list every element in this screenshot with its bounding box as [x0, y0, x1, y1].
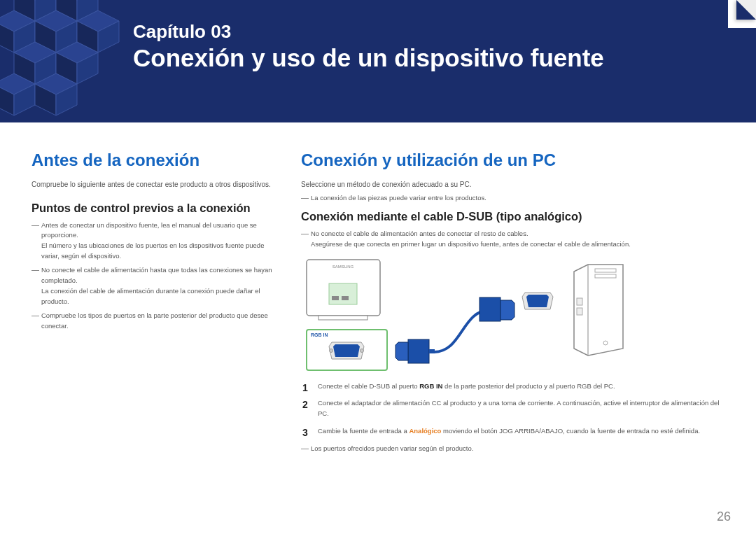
chapter-header: Capítulo 03 Conexión y uso de un disposi…: [0, 0, 756, 122]
step-text: Conecte el adaptador de alimentación CC …: [318, 399, 720, 417]
pc-tower-icon: [574, 265, 623, 356]
right-column: Conexión y utilización de un PC Seleccio…: [301, 150, 724, 534]
intro-text: Seleccione un método de conexión adecuad…: [301, 180, 724, 190]
content-area: Antes de la conexión Compruebe lo siguie…: [31, 150, 724, 534]
checkpoint-list: Antes de conectar un dispositivo fuente,…: [31, 220, 281, 332]
step-bold-text: RGB IN: [419, 382, 442, 390]
section-heading-before-connection: Antes de la conexión: [31, 150, 281, 170]
connection-diagram: SAMSUNG RGB IN: [301, 254, 693, 373]
svg-rect-35: [408, 339, 429, 363]
step-item: Cambie la fuente de entrada a Analógico …: [301, 426, 724, 437]
step-text: de la parte posterior del producto y al …: [442, 382, 615, 390]
list-text: No conecte el cable de alimentación ante…: [311, 230, 528, 237]
footnote-list: Los puertos ofrecidos pueden variar segú…: [301, 444, 724, 454]
list-text: No conecte el cable de alimentación hast…: [41, 266, 272, 284]
svg-point-33: [330, 349, 333, 352]
subsection-heading-dsub: Conexión mediante el cable D-SUB (tipo a…: [301, 210, 724, 223]
page-number: 26: [717, 510, 731, 524]
svg-rect-36: [429, 349, 435, 353]
intro-text: Compruebe lo siguiente antes de conectar…: [31, 180, 281, 190]
list-item: No conecte el cable de alimentación hast…: [31, 265, 281, 307]
list-text: Antes de conectar un dispositivo fuente,…: [41, 221, 257, 239]
list-text: Asegúrese de que conecta en primer lugar…: [311, 240, 631, 248]
page-corner-fold-shadow: [736, 0, 756, 20]
dsub-connector-left-icon: [396, 339, 435, 363]
step-text: Cambie la fuente de entrada a: [318, 427, 409, 435]
step-item: Conecte el adaptador de alimentación CC …: [301, 398, 724, 419]
list-text: Compruebe los tipos de puertos en la par…: [41, 311, 268, 330]
list-item: No conecte el cable de alimentación ante…: [301, 229, 724, 249]
cube-pattern-decoration: [0, 0, 140, 122]
dsub-connector-right-icon: [479, 297, 514, 321]
chapter-label: Capítulo 03: [133, 21, 724, 43]
list-item: Antes de conectar un dispositivo fuente,…: [31, 220, 281, 262]
svg-rect-30: [342, 296, 349, 300]
chapter-title: Conexión y uso de un dispositivo fuente: [133, 44, 724, 72]
section-heading-pc-connection: Conexión y utilización de un PC: [301, 150, 724, 170]
warning-list: No conecte el cable de alimentación ante…: [301, 229, 724, 249]
instruction-steps: Conecte el cable D-SUB al puerto RGB IN …: [301, 381, 724, 437]
subsection-heading-checkpoints: Puntos de control previos a la conexión: [31, 202, 281, 215]
dsub-pc-port-icon: [522, 293, 553, 309]
list-item: Los puertos ofrecidos pueden variar segú…: [301, 444, 724, 454]
manual-page: Capítulo 03 Conexión y uso de un disposi…: [0, 0, 756, 534]
list-text: El número y las ubicaciones de los puert…: [41, 241, 264, 260]
step-text: Conecte el cable D-SUB al puerto: [318, 382, 419, 390]
port-label-rgb-in: RGB IN: [311, 332, 328, 337]
svg-rect-29: [332, 296, 339, 300]
left-column: Antes de la conexión Compruebe lo siguie…: [31, 150, 301, 534]
step-item: Conecte el cable D-SUB al puerto RGB IN …: [301, 381, 724, 392]
step-text: moviendo el botón JOG ARRIBA/ABAJO, cuan…: [441, 427, 700, 435]
list-item: Compruebe los tipos de puertos en la par…: [31, 311, 281, 331]
list-item: La conexión de las piezas puede variar e…: [301, 193, 724, 204]
svg-rect-28: [329, 283, 357, 304]
svg-rect-41: [577, 298, 582, 305]
svg-rect-37: [479, 297, 500, 321]
svg-point-34: [360, 349, 364, 352]
monitor-brand-label: SAMSUNG: [332, 265, 354, 269]
svg-rect-31: [318, 316, 368, 320]
step-highlight-text: Analógico: [409, 427, 441, 435]
dsub-port-icon: [329, 342, 364, 359]
svg-rect-42: [577, 308, 582, 315]
list-text: La conexión del cable de alimentación du…: [41, 287, 260, 305]
note-list: La conexión de las piezas puede variar e…: [301, 193, 724, 204]
